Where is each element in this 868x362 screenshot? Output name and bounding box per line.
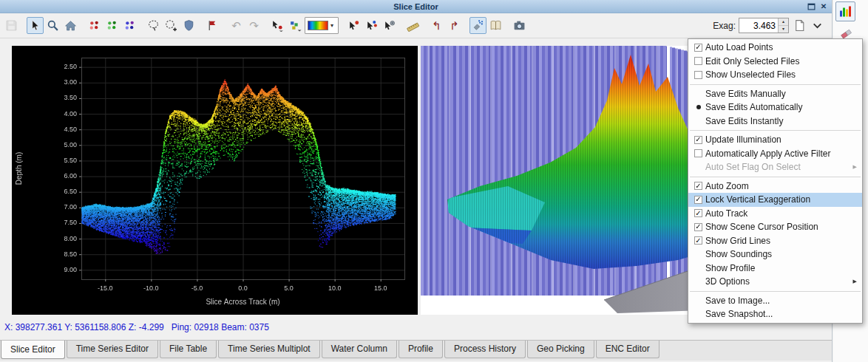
colormap-histogram-icon (838, 4, 852, 18)
slice-2d-view[interactable] (12, 46, 418, 315)
menu-item-save-edits-instantly[interactable]: Save Edits Instantly (688, 115, 862, 129)
toolbar-separator (263, 18, 268, 34)
titlebar[interactable]: Slice Editor ✕ (0, 0, 832, 13)
checkbox-checked-icon: ✓ (694, 136, 702, 144)
menu-item-mark: ✓ (691, 136, 705, 144)
tab-water-column[interactable]: Water Column (322, 341, 397, 358)
accept-soundings-icon (106, 19, 118, 32)
menu-item-save-edits-automatically[interactable]: Save Edits Automatically (688, 100, 862, 115)
menu-item-automatically-apply-active-filter[interactable]: Automatically Apply Active Filter (688, 147, 862, 161)
colormap-select[interactable]: ▾ (305, 17, 339, 34)
select-soundings-button[interactable] (121, 17, 138, 34)
menu-item-mark: ✓ (691, 44, 705, 52)
menu-item-auto-track[interactable]: ✓Auto Track (688, 207, 862, 221)
pick-info-icon (383, 19, 396, 32)
snapshot-button[interactable] (511, 17, 528, 34)
toolbar: ↶↷▾↰↱ Exag: ▴ ▾ (0, 13, 832, 38)
pick-multi-button[interactable] (363, 17, 380, 34)
submenu-arrow-icon: ▶ (853, 279, 857, 284)
toolbar-separator (422, 18, 427, 34)
tab-slice-editor[interactable]: Slice Editor (1, 341, 65, 359)
exag-decrement-button[interactable]: ▾ (779, 26, 788, 33)
reject-soundings-button[interactable] (86, 17, 103, 34)
home-view-button[interactable] (62, 17, 79, 34)
menu-item-show-scene-cursor-position[interactable]: ✓Show Scene Cursor Position (688, 220, 862, 234)
tab-process-history[interactable]: Process History (444, 341, 526, 358)
menu-item-lock-vertical-exaggeration[interactable]: ✓Lock Vertical Exaggeration (688, 193, 862, 207)
exaggeration-controls: Exag: ▴ ▾ (713, 18, 829, 33)
menu-item-label: Auto Track (705, 208, 857, 219)
lasso-select-button[interactable] (145, 17, 162, 34)
point-display-button[interactable] (287, 17, 304, 34)
menu-item-show-unselected-files[interactable]: Show Unselected Files (688, 68, 862, 82)
tab-geo-picking[interactable]: Geo Picking (527, 341, 594, 358)
pick-point-button[interactable] (345, 17, 362, 34)
menu-item-label: Save Edits Manually (705, 89, 857, 99)
tab-enc-editor[interactable]: ENC Editor (596, 341, 660, 358)
tab-profile[interactable]: Profile (399, 341, 443, 358)
tab-time-series-editor[interactable]: Time Series Editor (67, 341, 158, 358)
checkbox-unchecked-icon (694, 149, 702, 157)
menu-separator (690, 130, 861, 131)
toolbar-separator (505, 18, 510, 34)
checkbox-checked-icon: ✓ (694, 196, 702, 204)
menu-item-show-soundings[interactable]: Show Soundings (688, 247, 862, 262)
spray-tool-button[interactable] (469, 17, 486, 34)
select-tool-button[interactable] (27, 17, 44, 34)
exag-input[interactable] (739, 18, 778, 33)
checkbox-checked-icon: ✓ (694, 44, 702, 52)
menu-item-auto-load-points[interactable]: ✓Auto Load Points (688, 41, 862, 55)
menu-item-label: 3D Options (705, 276, 849, 287)
checkbox-unchecked-icon (694, 57, 702, 65)
toolbar-separator (464, 18, 469, 34)
menu-item-label: Show Unselected Files (705, 69, 857, 80)
menu-item-label: Auto Set Flag On Select (705, 162, 849, 172)
accept-soundings-button[interactable] (104, 17, 121, 34)
menu-item-save-to-image[interactable]: Save to Image... (688, 294, 862, 308)
tab-file-table[interactable]: File Table (160, 341, 217, 358)
close-button[interactable]: ✕ (818, 1, 829, 12)
home-view-icon (64, 19, 77, 32)
flag-tool-icon (206, 19, 219, 32)
view-options-menu-button[interactable] (810, 18, 824, 33)
exag-increment-button[interactable]: ▴ (779, 18, 788, 26)
bottom-tab-bar: Slice EditorTime Series EditorFile Table… (0, 340, 832, 361)
menu-item-mark: ✓ (691, 223, 705, 231)
tab-time-series-multiplot[interactable]: Time Series Multiplot (218, 341, 320, 358)
add-selection-button[interactable] (163, 17, 180, 34)
step-forward-button[interactable]: ↱ (446, 17, 463, 34)
zoom-tool-icon (47, 19, 59, 32)
toolbar-separator (222, 18, 227, 34)
pick-info-button[interactable] (381, 17, 398, 34)
exag-spinbox: ▴ ▾ (739, 18, 789, 33)
exag-apply-button[interactable] (792, 18, 807, 33)
step-forward-icon: ↱ (450, 20, 459, 31)
menu-item-edit-only-selected-files[interactable]: Edit Only Selected Files (688, 55, 862, 69)
menu-item-mark (691, 105, 705, 109)
menu-item-label: Save to Image... (705, 296, 857, 306)
menu-item-mark (691, 71, 705, 79)
menu-item-update-illumination[interactable]: ✓Update Illumination (688, 133, 862, 147)
menu-item-show-grid-lines[interactable]: ✓Show Grid Lines (688, 234, 862, 248)
menu-item-3d-options[interactable]: 3D Options▶ (688, 275, 862, 289)
guard-soundings-button[interactable] (180, 17, 197, 34)
menu-item-auto-zoom[interactable]: ✓Auto Zoom (688, 180, 862, 194)
point-edit-button[interactable] (269, 17, 286, 34)
menu-item-save-edits-manually[interactable]: Save Edits Manually (688, 87, 862, 101)
flag-tool-button[interactable] (204, 17, 221, 34)
zoom-tool-button[interactable] (44, 17, 61, 34)
menu-item-label: Show Grid Lines (705, 236, 857, 246)
menu-item-label: Show Scene Cursor Position (705, 222, 857, 232)
menu-item-label: Edit Only Selected Files (705, 56, 857, 66)
menu-item-save-snapshot[interactable]: Save Snapshot... (688, 307, 862, 321)
menu-item-show-profile[interactable]: Show Profile (688, 262, 862, 276)
water-column-button[interactable] (487, 17, 504, 34)
spray-tool-icon (472, 19, 484, 32)
toolbar-separator (80, 18, 85, 34)
point-edit-icon (271, 19, 284, 32)
measure-button[interactable] (404, 17, 421, 34)
step-back-button[interactable]: ↰ (428, 17, 445, 34)
toolbar-separator (399, 18, 404, 34)
float-button[interactable] (806, 1, 816, 12)
color-scale-button[interactable] (835, 1, 855, 21)
